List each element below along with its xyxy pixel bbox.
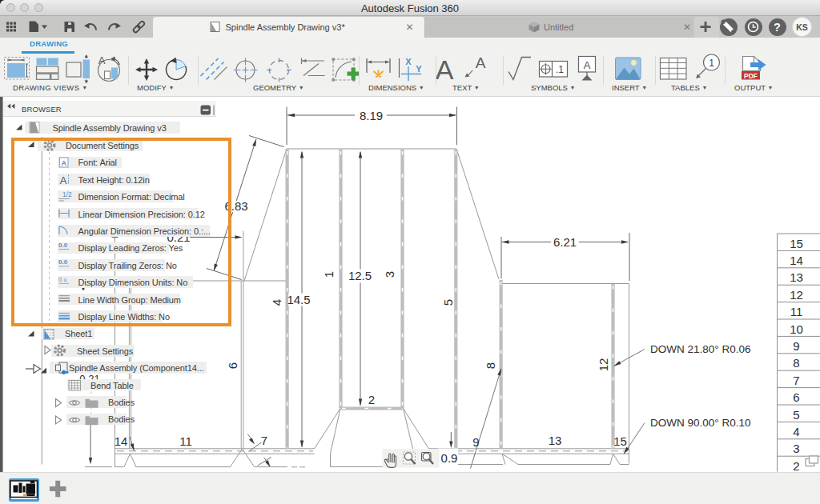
svg-text:8.19: 8.19 (360, 109, 383, 122)
svg-text:12: 12 (597, 358, 610, 372)
svg-text:12.5: 12.5 (348, 269, 372, 282)
svg-text:DOWN 21.80° R0.06: DOWN 21.80° R0.06 (650, 343, 750, 355)
svg-text:14: 14 (790, 254, 803, 267)
svg-text:10: 10 (790, 322, 803, 336)
svg-text:7: 7 (793, 374, 799, 387)
svg-text:9: 9 (793, 339, 799, 353)
svg-text:2: 2 (368, 393, 375, 406)
svg-text:4: 4 (270, 299, 283, 306)
svg-text:8: 8 (793, 356, 799, 370)
svg-text:13: 13 (549, 434, 562, 447)
svg-text:13: 13 (790, 270, 803, 284)
svg-text:4: 4 (793, 425, 799, 438)
svg-text:12: 12 (790, 288, 803, 302)
svg-text:8: 8 (484, 362, 497, 369)
svg-text:6: 6 (793, 390, 799, 404)
svg-text:9: 9 (472, 435, 479, 449)
svg-text:0.9: 0.9 (441, 451, 458, 465)
svg-text:3: 3 (793, 442, 799, 455)
svg-text:1: 1 (322, 271, 336, 278)
svg-text:5: 5 (793, 408, 799, 422)
svg-text:2: 2 (793, 459, 799, 473)
svg-text:DOWN 90.00° R0.10: DOWN 90.00° R0.10 (650, 417, 750, 429)
svg-text:11: 11 (790, 305, 803, 318)
svg-text:14.5: 14.5 (287, 293, 310, 306)
svg-text:5: 5 (441, 299, 455, 306)
svg-text:15: 15 (790, 237, 803, 250)
svg-text:3: 3 (383, 271, 396, 278)
svg-text:15: 15 (613, 434, 627, 448)
svg-text:6.21: 6.21 (553, 235, 577, 249)
svg-text:7: 7 (261, 434, 267, 447)
